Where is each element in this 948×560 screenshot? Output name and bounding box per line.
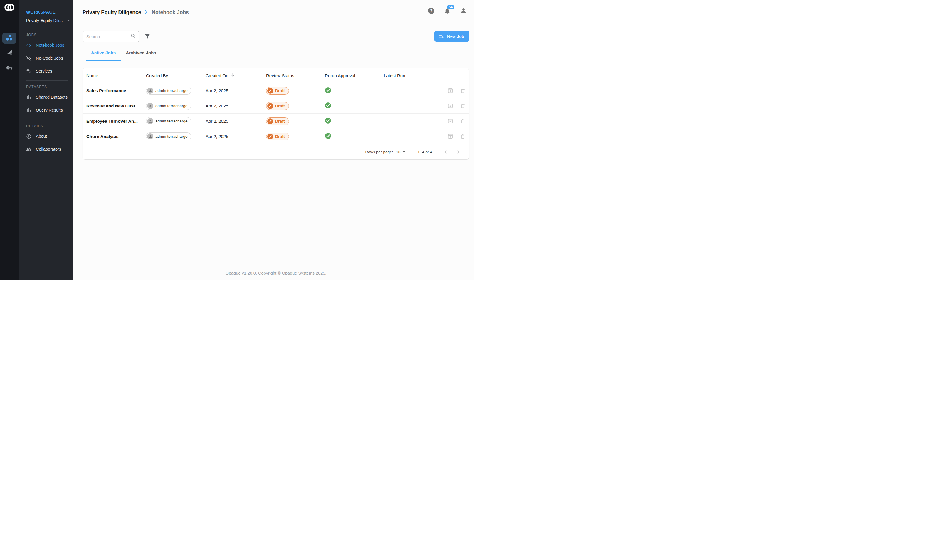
delete-button[interactable] bbox=[460, 118, 465, 124]
archive-button[interactable] bbox=[448, 134, 453, 139]
sidebar-item-services[interactable]: Services bbox=[26, 65, 68, 77]
sidebar-item-about[interactable]: About bbox=[26, 130, 68, 143]
info-icon bbox=[26, 134, 31, 139]
section-label-details: DETAILS bbox=[26, 124, 68, 128]
table-row[interactable]: Sales Performance admin terracharge Apr … bbox=[83, 83, 469, 98]
sidebar-item-notebook-jobs[interactable]: Notebook Jobs bbox=[26, 39, 68, 52]
chevron-right-icon bbox=[143, 9, 149, 16]
footer-link[interactable]: Opaque Systems bbox=[282, 271, 314, 275]
bar-chart-icon bbox=[26, 108, 31, 113]
search-icon bbox=[131, 33, 136, 40]
column-header-label: Created On bbox=[206, 73, 228, 78]
status-badge-draft: Draft bbox=[266, 133, 289, 140]
section-label-jobs: JOBS bbox=[26, 33, 68, 37]
delete-button[interactable] bbox=[460, 88, 465, 93]
delete-button[interactable] bbox=[460, 134, 465, 139]
avatar bbox=[147, 118, 153, 124]
table-row[interactable]: Churn Analysis admin terracharge Apr 2, … bbox=[83, 129, 469, 144]
account-button[interactable] bbox=[460, 7, 467, 14]
table-row[interactable]: Employee Turnover An... admin terracharg… bbox=[83, 114, 469, 129]
created-by-cell: admin terracharge bbox=[146, 102, 206, 110]
workspace-selector-value: Privaty Equity Dili... bbox=[26, 18, 63, 23]
archive-button[interactable] bbox=[448, 103, 453, 109]
delete-button[interactable] bbox=[460, 103, 465, 109]
check-circle-icon bbox=[325, 133, 331, 139]
sidebar-item-no-code-jobs[interactable]: No-Code Jobs bbox=[26, 52, 68, 65]
row-actions bbox=[437, 103, 465, 109]
footer: Opaque v1.20.0. Copyright © Opaque Syste… bbox=[83, 271, 469, 275]
ramp-gear-icon bbox=[6, 49, 13, 57]
sidebar-item-label: Shared Datasets bbox=[36, 95, 68, 100]
review-status-cell: Draft bbox=[266, 133, 325, 140]
bar-chart-icon bbox=[26, 95, 31, 100]
footer-text: 2025. bbox=[314, 271, 326, 275]
job-name: Revenue and New Cust... bbox=[86, 103, 146, 108]
chevron-down-icon bbox=[402, 151, 405, 153]
edit-pencil-icon bbox=[267, 134, 273, 140]
avatar bbox=[147, 133, 153, 140]
icon-rail bbox=[0, 0, 19, 280]
archive-button[interactable] bbox=[448, 118, 453, 124]
archive-icon bbox=[448, 103, 453, 109]
help-button[interactable]: ? bbox=[428, 8, 434, 14]
avatar bbox=[147, 103, 153, 109]
created-by-name: admin terracharge bbox=[155, 104, 188, 108]
archive-icon bbox=[448, 88, 453, 93]
sidebar-section-datasets: DATASETS Shared Datasets Query Results bbox=[26, 85, 68, 117]
previous-page-button[interactable] bbox=[443, 149, 448, 155]
column-header-created-by[interactable]: Created By bbox=[146, 73, 206, 78]
row-actions bbox=[437, 134, 465, 139]
edit-pencil-icon bbox=[267, 88, 273, 94]
table-row[interactable]: Revenue and New Cust... admin terracharg… bbox=[83, 98, 469, 114]
trash-icon bbox=[460, 118, 465, 124]
people-icon bbox=[26, 146, 31, 152]
column-header-latest-run[interactable]: Latest Run bbox=[384, 73, 437, 78]
created-by-chip: admin terracharge bbox=[146, 87, 191, 95]
rerun-approval-cell bbox=[325, 102, 384, 109]
sidebar-item-label: Services bbox=[36, 69, 52, 74]
created-by-cell: admin terracharge bbox=[146, 132, 206, 140]
filter-button[interactable] bbox=[144, 33, 151, 41]
tab-active-jobs[interactable]: Active Jobs bbox=[86, 45, 121, 61]
search-input[interactable] bbox=[86, 34, 131, 39]
tab-archived-jobs[interactable]: Archived Jobs bbox=[121, 45, 161, 61]
rail-item-jobs[interactable] bbox=[2, 33, 17, 44]
created-by-name: admin terracharge bbox=[155, 134, 188, 138]
section-label-datasets: DATASETS bbox=[26, 85, 68, 89]
rows-per-page-select[interactable]: 10 bbox=[396, 150, 405, 154]
rows-per-page-label: Rows per page: bbox=[365, 150, 393, 154]
sidebar-item-label: Notebook Jobs bbox=[36, 43, 64, 48]
column-header-name[interactable]: Name bbox=[86, 73, 146, 78]
rerun-approval-cell bbox=[325, 117, 384, 125]
check-circle-icon bbox=[325, 87, 331, 93]
avatar bbox=[147, 88, 153, 94]
new-job-button[interactable]: New Job bbox=[434, 31, 469, 42]
tabs: Active Jobs Archived Jobs bbox=[83, 45, 469, 61]
search-box bbox=[83, 31, 139, 42]
sidebar: WORKSPACE Privaty Equity Dili... JOBS No… bbox=[19, 0, 72, 280]
cluster-dots-icon bbox=[6, 35, 13, 42]
rail-item-keys[interactable] bbox=[0, 63, 19, 74]
sidebar-item-query-results[interactable]: Query Results bbox=[26, 104, 68, 117]
topbar-icons: ? 54 bbox=[428, 7, 467, 14]
sidebar-item-shared-datasets[interactable]: Shared Datasets bbox=[26, 91, 68, 104]
rail-item-analytics[interactable] bbox=[0, 48, 19, 58]
sidebar-item-label: Query Results bbox=[36, 108, 63, 112]
created-by-cell: admin terracharge bbox=[146, 87, 206, 95]
created-by-chip: admin terracharge bbox=[146, 102, 191, 110]
column-header-created-on[interactable]: Created On bbox=[206, 72, 266, 78]
check-circle-icon bbox=[325, 102, 331, 109]
notifications-button[interactable]: 54 bbox=[444, 7, 451, 14]
next-page-button[interactable] bbox=[456, 149, 462, 155]
status-label: Draft bbox=[275, 134, 285, 139]
sidebar-item-collaborators[interactable]: Collaborators bbox=[26, 143, 68, 155]
workspace-selector[interactable]: Privaty Equity Dili... bbox=[26, 18, 68, 23]
breadcrumb-parent[interactable]: Privaty Equity Diligence bbox=[83, 9, 141, 15]
column-header-review-status[interactable]: Review Status bbox=[266, 73, 325, 78]
funnel-icon bbox=[144, 33, 151, 40]
status-badge-draft: Draft bbox=[266, 87, 289, 95]
jobs-table: Name Created By Created On Review Status… bbox=[83, 68, 469, 160]
column-header-rerun-approval[interactable]: Rerun Approval bbox=[325, 73, 384, 78]
review-status-cell: Draft bbox=[266, 102, 325, 110]
archive-button[interactable] bbox=[448, 88, 453, 93]
